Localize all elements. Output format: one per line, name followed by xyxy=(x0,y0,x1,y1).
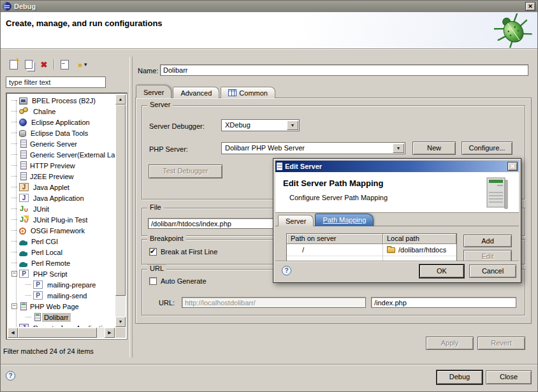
server-icon xyxy=(277,163,282,170)
name-field[interactable]: Dolibarr xyxy=(160,64,528,76)
new-config-button[interactable] xyxy=(6,57,21,71)
ok-button[interactable]: OK xyxy=(419,265,464,278)
toolbar-separator xyxy=(54,59,55,69)
revert-button[interactable]: Revert xyxy=(477,337,525,350)
duplicate-config-button[interactable] xyxy=(21,57,36,71)
window-title: Debug xyxy=(14,3,36,10)
tab-dialog-server[interactable]: Server xyxy=(278,215,314,226)
tree-item-mailing-prepare[interactable]: mailing-prepare xyxy=(8,279,115,290)
tree-item-perl-remote[interactable]: Perl Remote xyxy=(8,258,115,268)
name-label: Name: xyxy=(138,67,158,75)
tree-item-dolibarr[interactable]: Dolibarr xyxy=(8,312,115,323)
debug-window: Debug ✕ Create, manage, and run configur… xyxy=(0,0,538,392)
column-path-on-server[interactable]: Path on server xyxy=(287,234,383,244)
tree-guide-line xyxy=(11,208,17,209)
tree-guide-line xyxy=(11,252,17,252)
delete-config-button[interactable]: ✖ xyxy=(36,57,52,71)
tree-guide-line xyxy=(11,176,17,177)
close-button[interactable]: Close xyxy=(486,370,532,384)
debug-button[interactable]: Debug xyxy=(437,370,483,384)
edit-server-tab-folder: Server Path Mapping xyxy=(278,214,375,226)
scroll-right-icon[interactable]: ▶ xyxy=(105,328,115,338)
tree-item-perl-local[interactable]: Perl Local xyxy=(8,247,115,258)
window-close-button[interactable]: ✕ xyxy=(525,2,535,11)
phpserver-icon xyxy=(20,302,27,310)
collapse-toggle-icon[interactable]: − xyxy=(11,303,17,309)
help-icon[interactable]: ? xyxy=(6,371,15,381)
tab-common[interactable]: Common xyxy=(221,87,275,98)
tree-item-java-applet[interactable]: Java Applet xyxy=(8,182,115,192)
server-icon xyxy=(20,140,27,148)
tree-item-j2ee-preview[interactable]: J2EE Preview xyxy=(8,171,115,182)
add-mapping-button[interactable]: Add xyxy=(463,235,512,247)
filter-icon: » xyxy=(78,60,82,69)
chevron-down-icon: ▼ xyxy=(83,62,88,68)
cancel-button[interactable]: Cancel xyxy=(469,265,516,278)
tree-item-remote-java-application[interactable]: Remote Java Application xyxy=(8,323,115,327)
collapse-all-button[interactable] xyxy=(57,57,72,71)
tree-guide-line xyxy=(11,187,17,187)
computer-icon xyxy=(19,98,27,105)
eclipse-icon xyxy=(3,2,11,11)
dialog-help-icon[interactable]: ? xyxy=(282,266,291,275)
apply-button[interactable]: Apply xyxy=(426,337,474,350)
sphere-icon xyxy=(19,119,27,126)
applet-icon xyxy=(19,183,29,191)
scroll-down-icon[interactable]: ▼ xyxy=(115,317,126,327)
target-icon xyxy=(19,228,26,235)
tree-guide-line xyxy=(11,122,17,122)
tree-item-mailing-send[interactable]: mailing-send xyxy=(8,290,115,301)
table-body: //dolibarr/htdocs xyxy=(287,244,456,262)
horizontal-scroll-thumb[interactable] xyxy=(18,328,97,338)
tree-item-java-application[interactable]: Java Application xyxy=(8,192,115,203)
tree-vertical-scrollbar[interactable]: ▲ ▼ xyxy=(115,94,126,327)
tree-guide-line xyxy=(11,143,17,144)
tree-guide-line xyxy=(11,230,17,231)
dialog-close-button[interactable]: ✕ xyxy=(507,162,518,171)
tree-guide-line xyxy=(11,100,17,101)
path-mapping-table: Path on server Local path //dolibarr/htd… xyxy=(286,233,457,263)
tree-item-bpel-process-b2j-[interactable]: BPEL Process (B2J) xyxy=(8,95,115,106)
tree-item-eclipse-data-tools[interactable]: Eclipse Data Tools xyxy=(8,127,115,138)
tree-item-osgi-framework[interactable]: OSGi Framework xyxy=(8,225,115,236)
tree-item-php-web-page[interactable]: −PHP Web Page xyxy=(8,301,115,312)
scroll-left-icon[interactable]: ◀ xyxy=(8,328,18,338)
new-config-icon xyxy=(10,60,18,69)
tree-guide-line xyxy=(11,241,17,242)
panel-sash[interactable] xyxy=(129,57,133,358)
tab-advanced[interactable]: Advanced xyxy=(173,87,219,98)
column-local-path[interactable]: Local path xyxy=(383,234,456,244)
junit-icon xyxy=(19,205,29,213)
tree-item-cha-ne[interactable]: Chaîne xyxy=(8,106,115,117)
type-filter-input[interactable] xyxy=(6,76,106,88)
tree-item-http-preview[interactable]: HTTP Preview xyxy=(8,160,115,171)
chain-icon xyxy=(19,107,29,115)
window-titlebar[interactable]: Debug ✕ xyxy=(1,1,537,12)
tree-item-perl-cgi[interactable]: Perl CGI xyxy=(8,236,115,247)
vertical-scroll-thumb[interactable] xyxy=(115,105,126,296)
server-graphic xyxy=(482,175,511,210)
tree-guide-line xyxy=(11,263,17,263)
scrollbar-corner xyxy=(115,328,126,338)
db-icon xyxy=(19,130,26,137)
collapse-toggle-icon[interactable]: − xyxy=(11,271,17,277)
tree-horizontal-scrollbar[interactable]: ◀ ▶ xyxy=(8,328,115,338)
tree-item-eclipse-application[interactable]: Eclipse Application xyxy=(8,117,115,127)
tree-item-generic-server[interactable]: Generic Server xyxy=(8,138,115,149)
tree-item-junit-plug-in-test[interactable]: JUnit Plug-in Test xyxy=(8,214,115,225)
tree-guide-line xyxy=(25,295,31,296)
tree-item-php-script[interactable]: −PHP Script xyxy=(8,268,115,279)
php-icon xyxy=(33,280,43,289)
path-mapping-row[interactable]: //dolibarr/htdocs xyxy=(287,244,456,256)
tab-server[interactable]: Server xyxy=(136,85,171,98)
tab-path-mapping[interactable]: Path Mapping xyxy=(315,214,374,226)
filter-menu-button[interactable]: »▼ xyxy=(72,57,94,71)
tree-item-junit[interactable]: JUnit xyxy=(8,203,115,214)
server-icon xyxy=(20,150,27,159)
php-icon xyxy=(33,291,43,300)
edit-server-titlebar[interactable]: Edit Server ✕ xyxy=(275,161,519,172)
java-icon xyxy=(19,194,29,202)
tree-item-generic-server-external-la[interactable]: Generic Server(External La xyxy=(8,149,115,160)
tree-guide-line xyxy=(11,154,17,155)
scroll-up-icon[interactable]: ▲ xyxy=(115,94,126,105)
